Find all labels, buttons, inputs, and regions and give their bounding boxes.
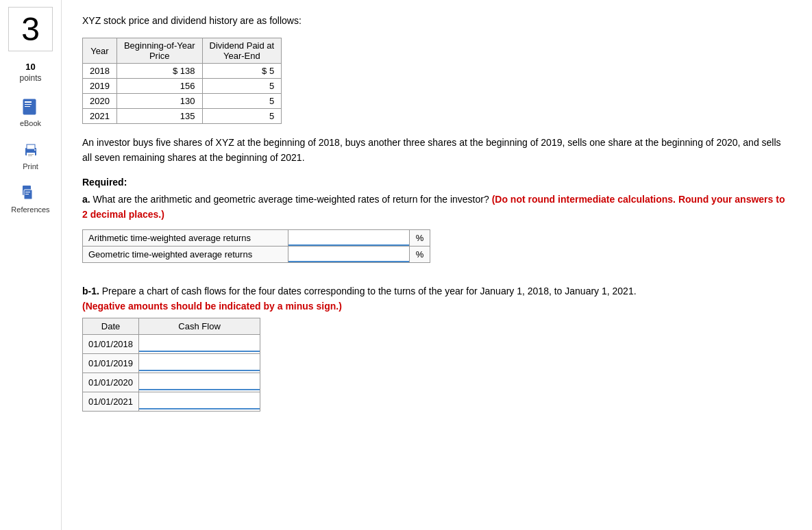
stock-year: 2019 [83,79,117,94]
cashflow-input-cell-3 [139,392,260,412]
stock-header-dividend: Dividend Paid atYear-End [202,38,282,64]
stock-price: 156 [116,79,202,94]
stock-table: Year Beginning-of-YearPrice Dividend Pai… [82,38,282,124]
svg-rect-12 [25,192,30,192]
cashflow-row: 01/01/2019 [83,354,260,373]
sidebar-item-references[interactable]: References [11,183,49,214]
svg-rect-2 [25,104,32,105]
part-b1-label: b-1. [82,286,99,296]
cashflow-input-cell-2 [139,373,260,392]
stock-year: 2021 [83,109,117,124]
sidebar-item-print[interactable]: Print [21,140,41,171]
stock-dividend: 5 [202,94,282,109]
svg-rect-3 [25,106,30,107]
cashflow-date-2: 01/01/2020 [83,373,139,392]
svg-rect-1 [25,101,32,103]
section-b1: b-1. Prepare a chart of cash flows for t… [82,283,791,412]
stock-dividend: 5 [202,109,282,124]
part-b1-question: Prepare a chart of cash flows for the fo… [102,286,637,296]
cashflow-row: 01/01/2018 [83,335,260,354]
main-content: XYZ stock price and dividend history are… [62,0,812,530]
answer-input-cell-0 [288,229,410,246]
cashflow-input-3[interactable] [139,394,260,409]
question-number: 3 [21,10,40,48]
svg-rect-8 [28,155,32,156]
part-a-text: a. What are the arithmetic and geometric… [82,192,791,223]
required-title: Required: [82,177,791,188]
stock-price: 135 [116,109,202,124]
answer-label-1: Geometric time-weighted average returns [83,246,288,262]
stock-table-row: 2020 130 5 [83,94,282,109]
investor-text: An investor buys five shares of XYZ at t… [82,135,791,166]
cashflow-input-1[interactable] [139,355,260,371]
stock-price: 130 [116,94,202,109]
points-label: points [19,73,41,83]
svg-rect-7 [28,154,34,155]
stock-table-row: 2021 135 5 [83,109,282,124]
answer-input-cell-1 [288,246,410,262]
stock-header-price: Beginning-of-YearPrice [116,38,202,64]
stock-table-row: 2019 156 5 [83,79,282,94]
references-icon [20,183,40,203]
question-number-box: 3 [8,7,53,51]
svg-rect-13 [25,194,29,194]
cashflow-header-date: Date [83,318,139,335]
stock-header-year: Year [83,38,117,64]
print-icon [21,140,41,160]
stock-price: $ 138 [116,64,202,79]
stock-year: 2020 [83,94,117,109]
ebook-label: eBook [20,119,41,127]
part-a-question: What are the arithmetic and geometric av… [93,194,489,205]
cashflow-date-3: 01/01/2021 [83,392,139,412]
print-label: Print [23,162,38,171]
svg-rect-5 [27,144,35,149]
cashflow-row: 01/01/2021 [83,392,260,412]
cashflow-input-2[interactable] [139,375,260,390]
stock-table-row: 2018 $ 138 $ 5 [83,64,282,79]
answer-table-a: Arithmetic time-weighted average returns… [82,229,430,263]
references-label: References [11,205,49,214]
cashflow-date-1: 01/01/2019 [83,354,139,373]
cashflow-row: 01/01/2020 [83,373,260,392]
cashflow-input-cell-0 [139,335,260,354]
cashflow-input-cell-1 [139,354,260,373]
stock-dividend: $ 5 [202,64,282,79]
part-b1-instruction: (Negative amounts should be indicated by… [82,301,342,312]
answer-table-row: Arithmetic time-weighted average returns… [83,229,430,246]
part-b1-text: b-1. Prepare a chart of cash flows for t… [82,283,791,314]
cashflow-table: Date Cash Flow 01/01/2018 01/01/2019 01/… [82,318,260,412]
required-section: Required: a. What are the arithmetic and… [82,177,791,263]
points-value: 10 [25,62,35,72]
answer-input-1[interactable] [288,247,409,262]
answer-label-0: Arithmetic time-weighted average returns [83,229,288,246]
cashflow-input-0[interactable] [139,336,260,352]
answer-unit-1: % [410,246,430,262]
sidebar: 3 10 points eBook Print [0,0,62,530]
sidebar-item-ebook[interactable]: eBook [20,97,41,127]
svg-point-9 [34,149,36,151]
answer-unit-0: % [410,229,430,246]
part-a-label: a. [82,194,90,205]
page-layout: 3 10 points eBook Print [0,0,812,530]
answer-input-0[interactable] [288,230,409,246]
book-icon [20,97,40,117]
answer-table-row: Geometric time-weighted average returns … [83,246,430,262]
cashflow-date-0: 01/01/2018 [83,335,139,354]
stock-dividend: 5 [202,79,282,94]
stock-year: 2018 [83,64,117,79]
cashflow-header-cashflow: Cash Flow [139,318,260,335]
question-intro: XYZ stock price and dividend history are… [82,14,791,28]
